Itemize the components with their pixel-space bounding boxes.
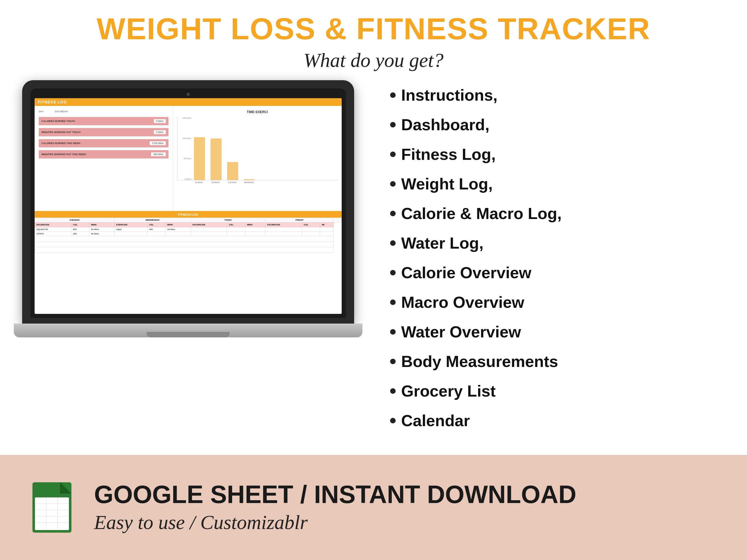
col-friday: FRIDAY: [265, 218, 334, 222]
bar-tuesday: [227, 162, 238, 180]
feature-label-9: Water Overview: [401, 322, 521, 341]
laptop-base: [14, 324, 362, 337]
th-cal-3: CAL: [227, 222, 245, 227]
bullet-6: [390, 240, 396, 246]
bar-tuesday-rect: [227, 162, 238, 180]
td-ex2-1: steps: [114, 227, 148, 232]
stat-value-3: 1700 Mins: [150, 141, 166, 145]
x-label-sunday: SUNDAY: [194, 181, 205, 183]
feature-label-1: Instructions,: [401, 86, 497, 104]
x-label-tuesday: TUESDAY: [227, 181, 238, 183]
bullet-7: [390, 270, 396, 275]
th-ex-3: EXCERCISE: [190, 222, 227, 227]
laptop-bezel: FITNESS LOG DAY SATURDAY CALORIES BUR: [30, 88, 346, 318]
bullet-9: [390, 329, 396, 335]
feature-calendar: Calendar: [390, 411, 725, 430]
stat-row-3: CALORIES BURNED THIS WEEK: 1700 Mins: [39, 139, 169, 148]
th-ex-2: EXERCISE: [114, 222, 148, 227]
bottom-text-area: GOOGLE SHEET / INSTANT DOWNLOAD Easy to …: [94, 481, 576, 534]
col-tuesday: TUESDAY: [35, 218, 114, 222]
bar-wednesday: [244, 179, 255, 180]
stat-value-1: 0 Mins: [154, 119, 166, 123]
bottom-main-text: GOOGLE SHEET / INSTANT DOWNLOAD: [94, 481, 576, 508]
td-ex1-1: AQUAGYM: [35, 227, 71, 232]
laptop-outer: FITNESS LOG DAY SATURDAY CALORIES BUR: [22, 80, 354, 324]
th-cal-1: CAL: [71, 222, 89, 227]
day-label-1: DAY: [39, 110, 44, 113]
td-cal3-2: [227, 232, 245, 236]
feature-weight-log: Weight Log,: [390, 175, 725, 193]
x-label-wednesday: WEDNESD: [243, 181, 255, 183]
bullet-10: [390, 359, 396, 364]
bullet-12: [390, 418, 396, 423]
td-mins1-2: 60 Mins: [89, 232, 114, 236]
col-extra: [334, 218, 342, 222]
td-ex4-1: [265, 227, 302, 232]
col-wednesday: WEDNESDAY: [114, 218, 190, 222]
feature-macro-overview: Macro Overview: [390, 293, 725, 311]
th-cal-4: CAL: [302, 222, 320, 227]
screen-content: FITNESS LOG DAY SATURDAY CALORIES BUR: [34, 98, 342, 314]
feature-label-7: Calorie Overview: [401, 263, 532, 282]
page-title: WEIGHT LOSS & FITNESS TRACKER: [0, 0, 747, 46]
features-list: Instructions, Dashboard, Fitness Log, We…: [390, 80, 725, 441]
td-cal2-2: [148, 232, 165, 236]
bullet-5: [390, 211, 396, 216]
feature-label-12: Calendar: [401, 411, 470, 430]
td-mins2-2: [165, 232, 190, 236]
feature-label-4: Weight Log,: [401, 175, 493, 193]
google-sheets-icon: [28, 480, 77, 535]
feature-label-8: Macro Overview: [401, 293, 524, 311]
td-mins3-1: [245, 227, 265, 232]
svg-rect-3: [35, 498, 69, 530]
feature-calorie-overview: Calorie Overview: [390, 263, 725, 282]
td-mins4-1: [320, 227, 334, 232]
td-ex4-2: [265, 232, 302, 236]
td-mins1-1: 60 Mins: [89, 227, 114, 232]
feature-water-log: Water Log,: [390, 234, 725, 252]
col-today: TODAY: [190, 218, 265, 222]
y-label-2: 100 Mins: [177, 137, 191, 140]
td-mins3-2: [245, 232, 265, 236]
th-mins-2: MINS: [165, 222, 190, 227]
bullet-11: [390, 388, 396, 394]
table-row-2: STEPS 300 60 Mins: [35, 232, 342, 236]
camera-dot: [186, 92, 190, 96]
feature-grocery-list: Grocery List: [390, 382, 725, 400]
laptop-screen: FITNESS LOG DAY SATURDAY CALORIES BUR: [34, 98, 342, 314]
fitness-bottom-table: FITNESS LOG TUESDAY WEDNESDAY TODAY FRID…: [34, 211, 342, 253]
bullet-4: [390, 181, 396, 187]
bullet-8: [390, 299, 396, 305]
fitness-table: TUESDAY WEDNESDAY TODAY FRIDAY EXCERCISE: [34, 218, 342, 253]
table-row-1: AQUAGYM 600 60 Mins steps 300 30 Mins: [35, 227, 342, 232]
table-section-header: FITNESS LOG: [34, 212, 342, 218]
content-area: FITNESS LOG DAY SATURDAY CALORIES BUR: [0, 80, 747, 441]
feature-label-11: Grocery List: [401, 382, 496, 400]
stat-label-4: MINUITES WORKED OUT THIS WEEK:: [42, 153, 87, 156]
th-mins-3: MINS: [245, 222, 265, 227]
y-label-1: 150 Mins: [177, 117, 191, 119]
feature-label-5: Calorie & Macro Log,: [401, 204, 562, 223]
bottom-sub-text: Easy to use / Customizablr: [94, 511, 576, 534]
bar-monday-rect: [210, 138, 222, 180]
laptop-base-notch: [147, 332, 230, 337]
feature-label-2: Dashboard,: [401, 115, 489, 134]
feature-body-measurements: Body Measurements: [390, 352, 725, 371]
td-cal3-1: [227, 227, 245, 232]
stat-value-4: 360 Mins: [151, 152, 166, 156]
bottom-section: GOOGLE SHEET / INSTANT DOWNLOAD Easy to …: [0, 455, 747, 560]
td-mins4-2: [320, 232, 334, 236]
th-cal-2: CAL: [148, 222, 165, 227]
table-row-3: [35, 236, 342, 242]
chart-title: TIME EXERCI: [177, 110, 338, 114]
bar-sunday-rect: [194, 137, 205, 180]
td-cal2-1: 300: [148, 227, 165, 232]
td-cal4-2: [302, 232, 320, 236]
td-mins2-1: 30 Mins: [165, 227, 190, 232]
y-label-4: 0 Mins: [177, 178, 191, 180]
feature-fitness-log: Fitness Log,: [390, 145, 725, 163]
td-ex1-2: STEPS: [35, 232, 71, 236]
th-ex-1: EXCERCISE: [35, 222, 71, 227]
day-label-2: SATURDAY: [55, 110, 68, 113]
feature-instructions: Instructions,: [390, 86, 725, 104]
